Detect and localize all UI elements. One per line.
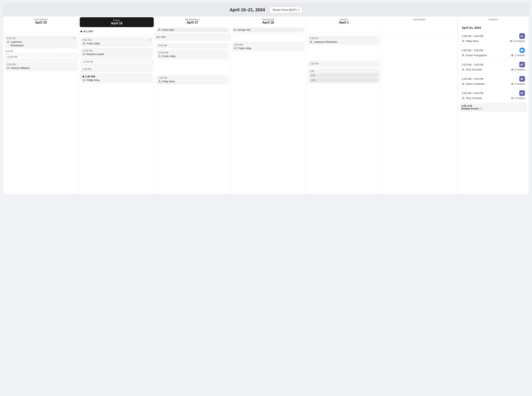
zoom-icon-2 — [519, 47, 525, 53]
panel-event-1[interactable]: 2:00 PM - 3:30 PM Philip Silva 10 invite… — [458, 31, 529, 45]
philip-wed-name: Philip Silva — [162, 80, 175, 83]
george-name: George Hall — [237, 29, 250, 31]
calendar-header: April 15–21, 2024 Room Time (EDT) ▾ — [3, 3, 529, 17]
svg-point-9 — [235, 47, 236, 48]
panel-time-2: 2:00 PM - 2:30 PM — [462, 47, 525, 53]
event-person-lawrence-fri: Lawrence Richardso… — [310, 41, 378, 43]
day-label-wednesday: WEDNESDAY — [157, 18, 228, 21]
repeat-icon-today: ⟳ — [149, 39, 151, 41]
svg-point-19 — [511, 54, 512, 55]
allday-row-friday — [306, 26, 382, 34]
svg-point-35 — [522, 92, 523, 93]
day-body-friday: 8:30 AM Lawrence Richardso… 1:00 PM 2:00… — [306, 34, 382, 86]
right-panel-date: April 21, 2024 — [458, 23, 529, 31]
panel-person-4: Shaun Lambeau — [462, 82, 485, 85]
event-block-1259[interactable]: 12:59 PM — [80, 58, 153, 65]
invitees-count-5: 6 invitees — [515, 97, 525, 99]
svg-point-29 — [522, 78, 523, 78]
event-person-2: Richardson — [7, 44, 75, 47]
day-header-thursday: THURSDAY April 18 — [230, 17, 306, 26]
event-block[interactable]: 8:30 AM ⟳ Lawrence Richardson — [5, 35, 77, 48]
person-icon-frank-thu — [234, 47, 237, 50]
day-date-wednesday: April 17 — [157, 21, 228, 24]
event-block-9am-today[interactable]: 9:00 AM ⟳ Frank Libby — [80, 37, 153, 47]
event-block-830-fri[interactable]: 8:30 AM Lawrence Richardso… — [308, 35, 380, 45]
allday-frank-name: Frank Libby — [162, 29, 174, 31]
allday-event-frank[interactable]: Frank Libby — [156, 28, 229, 32]
panel-event-3[interactable]: 2:15 PM - 2:45 PM Tony Thurman 6 invitee… — [458, 59, 529, 74]
person-icon-frank-wed — [158, 55, 161, 58]
panel-event-2[interactable]: 2:00 PM - 2:30 PM Grace Youngstone 2 inv… — [458, 45, 529, 59]
event-person-roberta: Roberta Lowell — [82, 53, 151, 56]
svg-point-36 — [463, 97, 463, 98]
antonio-name: Antonio Williams — [11, 67, 30, 70]
panel-person-icon-4 — [462, 82, 464, 85]
event-block-1pm-wed[interactable]: 1:00 PM Philip Silva — [156, 75, 229, 85]
day-body-thursday: 9:00 AM Frank Libby — [230, 34, 306, 54]
timezone-selector[interactable]: Room Time (EDT) ▾ — [270, 7, 302, 13]
panel-invitees-5: 6 invitees — [511, 97, 525, 99]
panel-invitees-3: 6 invitees — [511, 68, 525, 71]
person-icon-phillip — [82, 79, 85, 82]
svg-point-14 — [463, 40, 463, 41]
day-label-thursday: THURSDAY — [233, 18, 303, 21]
event-block-2pm-today[interactable]: 2:00 PM Phillip Silva — [80, 73, 153, 83]
person-icon-frank-today — [82, 42, 85, 45]
panel-event-5[interactable]: 3:30 PM - 5:00 PM Tony Thurman 6 invitee… — [458, 88, 529, 102]
event-block-130[interactable]: 1:30 PM — [80, 66, 153, 72]
event-block-9am-thu[interactable]: 9:00 AM Frank Libby — [232, 42, 304, 51]
svg-point-5 — [159, 29, 160, 30]
multiple-events-time: 2:00–5:00 — [461, 105, 525, 107]
event-time-830-fri: 8:30 AM — [310, 37, 378, 40]
day-col-friday: FRIDAY April 1 8:30 AM Lawrence Richards… — [306, 17, 382, 195]
right-panel: SUNDAY April 21, 2024 2:00 PM - 3:30 PM … — [458, 17, 529, 195]
svg-point-7 — [159, 80, 160, 81]
event-time-9am: 9:00 AM ⟳ — [82, 39, 151, 41]
day-label-saturday: SATURDAY — [384, 18, 455, 21]
event-block-830-wed[interactable]: 8:30 AM — [156, 43, 229, 48]
teams-icon-1 — [519, 33, 525, 39]
allday-row-saturday — [382, 23, 458, 37]
day-col-thursday: THURSDAY April 18 George Hall 9:00 AM Fr… — [230, 17, 306, 195]
day-header-yesterday: YESTERDAY April 15 — [3, 17, 79, 26]
allday-label-today: ALL DAY — [83, 30, 93, 33]
roberta-name: Roberta Lowell — [86, 53, 104, 56]
multiple-events-block[interactable]: 2:00–5:00 Multiple Events i — [459, 103, 527, 112]
panel-event-4[interactable]: 2:35 PM - 3:45 PM Shaun Lambeau 6 invite… — [458, 74, 529, 88]
teams-icon-3 — [519, 62, 525, 67]
event-block-1pm-fri[interactable]: 1:00 PM — [308, 61, 380, 67]
event-block-2pm-fri[interactable]: 2:00 2:45 3:00 — [308, 68, 380, 84]
frank-wed-name: Frank Libby — [162, 55, 176, 58]
person-icon-george — [234, 29, 236, 31]
person-name-2: Richardson — [11, 44, 24, 47]
event-block-2pm[interactable]: 2:00 PM Antonio Williams — [5, 62, 77, 71]
event-block-dashed[interactable]: 12:46 PM — [5, 54, 77, 60]
allday-event-george[interactable]: George Hall — [232, 28, 304, 32]
panel-time-4: 2:35 PM - 3:45 PM — [462, 76, 525, 82]
panel-person-name-1: Philip Silva — [466, 40, 478, 43]
group-icon-1 — [510, 40, 513, 42]
panel-person-name-4: Shaun Lambeau — [466, 82, 485, 85]
event-time-2pm: 2:00 PM — [7, 63, 75, 66]
event-block-11am-wed[interactable]: 11:00 AM Frank Libby — [156, 50, 229, 59]
event-person-phillip: Phillip Silva — [82, 79, 151, 82]
svg-point-13 — [522, 35, 523, 35]
panel-person-name-2: Grace Youngstone — [466, 54, 487, 57]
panel-time-3: 2:15 PM - 2:45 PM — [462, 62, 525, 67]
current-time: 1:08 PM — [5, 50, 77, 53]
event-person-frank-thu: Frank Libby — [234, 47, 302, 50]
allday-row-wednesday: Frank Libby — [155, 26, 230, 34]
svg-point-2 — [83, 42, 84, 43]
calendar-container: April 15–21, 2024 Room Time (EDT) ▾ YEST… — [3, 3, 529, 195]
svg-point-30 — [463, 83, 463, 84]
frank-thu-name: Frank Libby — [238, 47, 251, 50]
event-time-9am-thu: 9:00 AM — [234, 43, 302, 46]
panel-invitees-2: 2 invitees — [511, 54, 525, 57]
event-time-130: 1:30 PM — [82, 68, 151, 71]
panel-person-icon-3 — [462, 68, 464, 71]
event-person-frank-today: Frank Libby — [82, 42, 151, 45]
info-icon: i — [480, 107, 482, 110]
person-name: Lawrence — [11, 41, 22, 43]
event-block-11am-today[interactable]: 11:00 AM Roberta Lowell — [80, 48, 153, 57]
day-col-wednesday: WEDNESDAY April 17 Frank Libby ALL DAY 8… — [155, 17, 230, 195]
